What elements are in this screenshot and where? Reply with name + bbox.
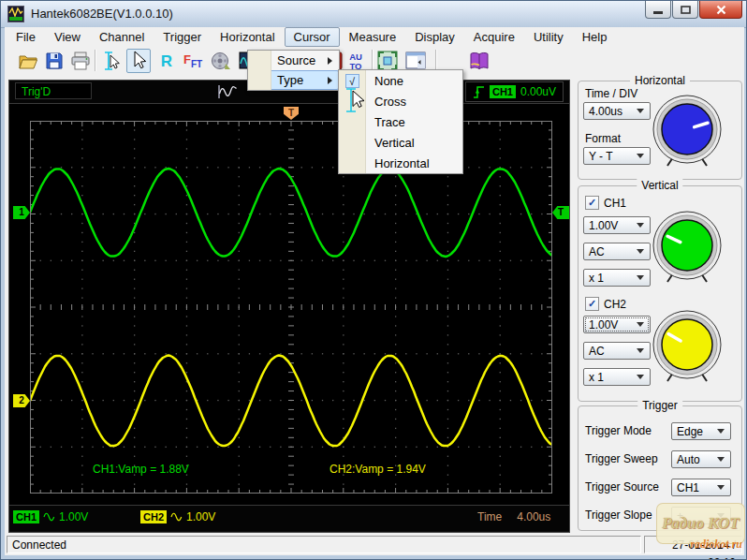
chevron-down-icon: [637, 375, 644, 379]
svg-text:F: F: [183, 52, 191, 66]
ch1-volts-select[interactable]: 1.00V: [583, 216, 651, 234]
ac-sine-icon: [43, 512, 55, 522]
print-icon: [69, 50, 92, 72]
ac-sine-icon: [170, 512, 183, 522]
trigger-time-marker[interactable]: T: [284, 107, 299, 120]
menu-utility[interactable]: Utility: [524, 27, 573, 47]
ch2-vamp-readout: CH2:Vamp = 1.94V: [330, 463, 426, 476]
watermark-url: radiokot.ru: [654, 538, 742, 552]
checkbox-checked-icon: ✓: [585, 297, 599, 311]
minimize-button[interactable]: [645, 1, 671, 19]
toolbar-open-file-button[interactable]: [16, 49, 40, 73]
chevron-down-icon: [637, 275, 644, 280]
toolbar-pointer-button[interactable]: [126, 49, 151, 73]
toolbar-help-contents-button[interactable]: [467, 49, 491, 73]
ch1-coupling-select[interactable]: AC: [583, 243, 651, 260]
trigger-row-label: Trigger Sweep: [585, 452, 658, 465]
menu-gutter: [339, 153, 366, 173]
trigger-sweep-select[interactable]: Auto: [671, 450, 731, 468]
submenu-arrow-icon: [328, 57, 332, 65]
mini-waveform-icon: [217, 82, 240, 101]
type-option-vertical[interactable]: Vertical: [339, 132, 462, 153]
ch2-enable-checkbox[interactable]: ✓ CH2: [585, 297, 626, 311]
format-select[interactable]: Y - T: [583, 147, 651, 165]
menu-display[interactable]: Display: [405, 27, 464, 47]
ch2-badge: CH2: [140, 510, 167, 523]
type-option-horizontal[interactable]: Horizontal: [339, 153, 462, 173]
r-icon: R: [155, 50, 178, 72]
toolbar-record-button[interactable]: [209, 49, 233, 73]
submenu-arrow-icon: [328, 77, 332, 84]
connection-status: Connected: [7, 536, 641, 553]
fft-icon: FFT: [182, 50, 204, 72]
ch1-position-marker[interactable]: 1: [13, 206, 30, 219]
chevron-down-icon: [637, 223, 644, 228]
menu-gutter: [248, 70, 271, 90]
channel-scale-bar: CH1 1.00V CH2 1.00V Time 4.00us: [9, 505, 569, 531]
format-label: Format: [585, 132, 621, 145]
menu-channel[interactable]: Channel: [90, 27, 154, 47]
menu-gutter: [339, 132, 366, 153]
menu-measure[interactable]: Measure: [340, 27, 406, 47]
pointer-arrow-icon: [127, 50, 150, 72]
chevron-down-icon: [637, 249, 644, 254]
scope-panel: Trig'D CH1 0.00uV T 1 2: [8, 80, 570, 533]
mouse-cursor-icon: [344, 85, 368, 115]
chevron-down-icon: [717, 457, 725, 462]
save-icon: [43, 50, 66, 72]
menu-cursor[interactable]: Cursor: [285, 27, 340, 47]
menu-trigger[interactable]: Trigger: [154, 27, 211, 47]
ch1-probe-select[interactable]: x 1: [583, 269, 651, 287]
cursor-menu-item-type[interactable]: Type: [248, 70, 339, 90]
toolbar-save-button[interactable]: [42, 49, 66, 73]
menu-help[interactable]: Help: [573, 27, 617, 47]
chevron-down-icon: [637, 109, 644, 113]
time-div-select[interactable]: 4.00us: [583, 102, 651, 120]
ch2-probe-select[interactable]: x 1: [583, 368, 651, 386]
status-bar: Connected 27-01-2014 / 22:10: [5, 535, 744, 555]
ch1-badge: CH1: [13, 510, 39, 523]
ch2-coupling-select[interactable]: AC: [583, 342, 651, 360]
svg-text:R: R: [161, 52, 172, 70]
toolbar-print-button[interactable]: [68, 49, 93, 73]
menu-file[interactable]: File: [7, 27, 45, 47]
ch2-position-marker[interactable]: 2: [13, 394, 30, 407]
trigger-source-select[interactable]: CH1: [671, 479, 731, 496]
ch1-volts-per-div: 1.00V: [59, 510, 88, 523]
window-title: Hantek6082BE(V1.0.0.10): [31, 7, 173, 21]
ch1-position-knob[interactable]: [648, 206, 726, 285]
trigger-row-label: Trigger Mode: [585, 424, 652, 437]
trigger-mode-select[interactable]: Edge: [671, 422, 731, 440]
menu-bar: FileViewChannelTriggerHorizontalCursorMe…: [5, 27, 744, 47]
svg-text:FT: FT: [191, 59, 202, 69]
chevron-down-icon: [637, 322, 644, 327]
close-button[interactable]: [699, 1, 742, 19]
trigger-row-label: Trigger Source: [585, 480, 659, 494]
close-icon: [716, 5, 726, 15]
toolbar-fft-button[interactable]: FFT: [181, 49, 205, 73]
cursor-menu-item-source[interactable]: Source: [248, 51, 339, 70]
time-div-knob[interactable]: [648, 90, 726, 169]
cursor-crosshair-icon: [101, 50, 124, 72]
app-logo-icon: [7, 6, 24, 22]
folder-open-icon: [17, 50, 39, 72]
ch2-volts-select[interactable]: 1.00V: [583, 316, 651, 333]
trigger-level-marker[interactable]: T: [552, 206, 569, 219]
toolbar-refresh-button[interactable]: R: [154, 49, 179, 73]
toolbar-cursor-measure-button[interactable]: [100, 49, 124, 73]
ch1-enable-checkbox[interactable]: ✓ CH1: [585, 196, 626, 210]
toolbar-separator: [372, 50, 374, 71]
ch1-vamp-readout: CH1:Vamp = 1.88V: [93, 463, 189, 476]
trigger-source-badge: CH1: [490, 85, 516, 98]
trigger-level-value: 0.00uV: [520, 85, 556, 98]
maximize-button[interactable]: [672, 1, 698, 19]
menu-acquire[interactable]: Acquire: [464, 27, 524, 47]
chevron-down-icon: [717, 485, 725, 490]
help-book-icon: [468, 50, 491, 72]
checkbox-checked-icon: ✓: [585, 196, 599, 210]
ch2-position-knob[interactable]: [648, 305, 726, 384]
menu-view[interactable]: View: [45, 27, 90, 47]
trigger-status: Trig'D: [15, 82, 92, 99]
menu-horizontal[interactable]: Horizontal: [211, 27, 285, 47]
cursor-menu-popup: SourceType: [247, 50, 340, 91]
